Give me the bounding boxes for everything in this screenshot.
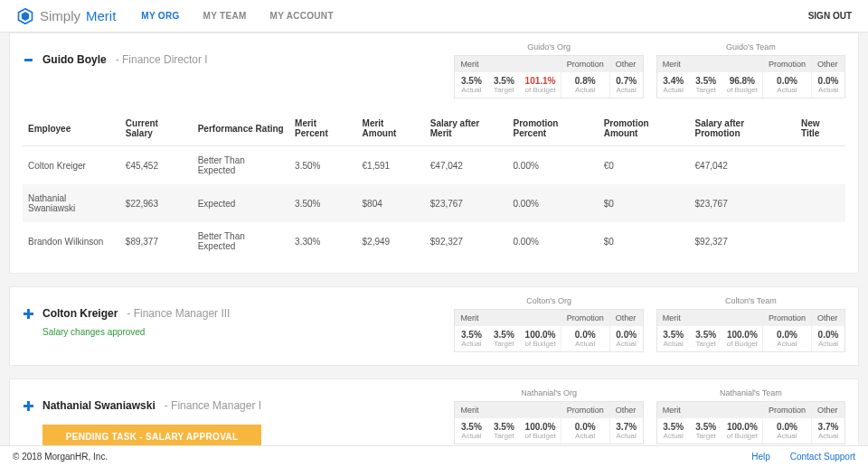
stats-box: Merit 3.4%Actual 3.5%Target 96.8%of Budg… <box>656 55 845 98</box>
th-perf[interactable]: Performance Rating <box>193 111 289 146</box>
cell-salary-after-merit: €47,042 <box>425 146 508 185</box>
stats-column: Colton's Org Merit 3.5%Actual 3.5%Target… <box>454 296 643 352</box>
svg-rect-6 <box>24 405 33 407</box>
th-employee[interactable]: Employee <box>23 111 120 146</box>
stats-other-header: Other <box>812 56 844 72</box>
stats-other-header: Other <box>610 310 643 326</box>
table-row[interactable]: Brandon Wilkinson $89,377 Better Than Ex… <box>23 222 845 260</box>
th-salary-after-merit[interactable]: Salary after Merit <box>425 111 508 146</box>
cell-promo-pct: 0.00% <box>507 184 598 222</box>
cell-promo-pct: 0.00% <box>507 146 598 185</box>
promo-actual: 0.0% <box>777 422 797 432</box>
merit-actual: 3.5% <box>461 422 482 432</box>
th-salary-after-promo[interactable]: Salary after Promotion <box>690 111 796 146</box>
merit-actual: 3.5% <box>663 422 684 432</box>
th-merit-amt[interactable]: Merit Amount <box>357 111 425 146</box>
merit-of-budget: 100.0% <box>727 330 758 340</box>
cell-promo-amt: $0 <box>599 184 690 222</box>
merit-target: 3.5% <box>494 76 514 86</box>
stats-merit-header: Merit <box>455 56 560 72</box>
stats-box: Merit 3.5%Actual 3.5%Target 100.0%of Bud… <box>656 401 845 444</box>
manager-name[interactable]: Guido Boyle <box>42 53 107 66</box>
stats-promo-header: Promotion <box>763 310 811 326</box>
copyright: © 2018 MorganHR, Inc. <box>13 452 108 462</box>
sign-out-link[interactable]: SIGN OUT <box>808 11 852 21</box>
table-row[interactable]: Nathanial Swaniawski $22,963 Expected 3.… <box>23 184 845 222</box>
stats-column: Colton's Team Merit 3.5%Actual 3.5%Targe… <box>656 296 845 352</box>
other-actual: 0.0% <box>818 330 839 340</box>
stats-promo-header: Promotion <box>561 310 609 326</box>
logo[interactable]: SimplyMerit <box>16 7 116 25</box>
manager-name[interactable]: Colton Kreiger <box>42 307 118 320</box>
stats-title: Guido's Team <box>726 42 776 51</box>
merit-actual: 3.4% <box>663 76 684 86</box>
other-actual: 0.0% <box>818 76 839 86</box>
stats-box: Merit 3.5%Actual 3.5%Target 101.1%of Bud… <box>454 55 643 98</box>
stats-promo-header: Promotion <box>763 56 811 72</box>
tab-my-account[interactable]: MY ACCOUNT <box>270 11 334 21</box>
promo-actual: 0.0% <box>777 330 797 340</box>
table-row[interactable]: Colton Kreiger €45,452 Better Than Expec… <box>23 146 845 185</box>
other-actual: 0.0% <box>616 330 637 340</box>
contact-support-link[interactable]: Contact Support <box>790 452 855 462</box>
manager-title: - Finance Director I <box>116 53 208 66</box>
merit-of-budget: 101.1% <box>525 76 556 86</box>
merit-target: 3.5% <box>494 422 514 432</box>
stats-merit-header: Merit <box>657 56 762 72</box>
stats-title: Guido's Org <box>527 42 571 51</box>
logo-icon <box>16 7 34 25</box>
collapse-icon[interactable] <box>23 54 33 65</box>
cell-new-title <box>796 222 845 260</box>
tab-my-org[interactable]: MY ORG <box>141 11 179 21</box>
promo-actual: 0.0% <box>575 422 596 432</box>
promo-actual: 0.8% <box>575 76 596 86</box>
merit-target: 3.5% <box>695 330 716 340</box>
promo-actual: 0.0% <box>575 330 596 340</box>
stats-merit-header: Merit <box>455 310 560 326</box>
nav-tabs: MY ORG MY TEAM MY ACCOUNT <box>141 11 333 21</box>
svg-rect-2 <box>24 59 33 61</box>
promo-actual: 0.0% <box>777 76 797 86</box>
expand-icon[interactable] <box>23 308 33 319</box>
stats-column: Nathanial's Team Merit 3.5%Actual 3.5%Ta… <box>656 388 845 444</box>
employee-table: Employee Current Salary Performance Rati… <box>23 111 845 260</box>
cell-merit-amt: $2,949 <box>357 222 425 260</box>
merit-actual: 3.5% <box>663 330 684 340</box>
th-new-title[interactable]: New Title <box>796 111 845 146</box>
cell-employee: Colton Kreiger <box>23 146 120 185</box>
th-current-salary[interactable]: Current Salary <box>120 111 193 146</box>
expand-icon[interactable] <box>23 400 33 411</box>
stats-column: Guido's Team Merit 3.4%Actual 3.5%Target… <box>656 42 845 98</box>
cell-employee: Nathanial Swaniawski <box>23 184 120 222</box>
stats-promo-header: Promotion <box>763 402 811 418</box>
stats-title: Colton's Org <box>526 296 571 305</box>
stats-merit-header: Merit <box>657 310 762 326</box>
cell-new-title <box>796 146 845 185</box>
cell-merit-amt: €1,591 <box>357 146 425 185</box>
th-merit-pct[interactable]: Merit Percent <box>289 111 356 146</box>
stats-other-header: Other <box>610 402 643 418</box>
th-promo-pct[interactable]: Promotion Percent <box>507 111 598 146</box>
cell-salary-after-promo: $23,767 <box>690 184 796 222</box>
help-link[interactable]: Help <box>751 452 770 462</box>
manager-name[interactable]: Nathanial Swaniawski <box>42 399 156 412</box>
cell-promo-amt: €0 <box>599 146 690 185</box>
other-actual: 3.7% <box>818 422 839 432</box>
manager-title: - Finance Manager I <box>165 399 261 412</box>
cell-promo-amt: $0 <box>599 222 690 260</box>
merit-target: 3.5% <box>695 422 716 432</box>
stats-box: Merit 3.5%Actual 3.5%Target 100.0%of Bud… <box>454 309 643 352</box>
stats-title: Nathanial's Team <box>720 388 782 397</box>
stats-title: Nathanial's Org <box>521 388 577 397</box>
logo-text-1: Simply <box>40 8 80 23</box>
other-actual: 0.7% <box>616 76 637 86</box>
stats-merit-header: Merit <box>657 402 762 418</box>
status-approved: Salary changes approved <box>42 327 230 337</box>
cell-merit-pct: 3.50% <box>289 146 356 185</box>
tab-my-team[interactable]: MY TEAM <box>203 11 247 21</box>
svg-marker-1 <box>22 12 29 21</box>
manager-title: - Finance Manager III <box>127 307 230 320</box>
cell-merit-pct: 3.50% <box>289 184 356 222</box>
cell-salary-after-merit: $92,327 <box>425 222 508 260</box>
th-promo-amt[interactable]: Promotion Amount <box>599 111 690 146</box>
